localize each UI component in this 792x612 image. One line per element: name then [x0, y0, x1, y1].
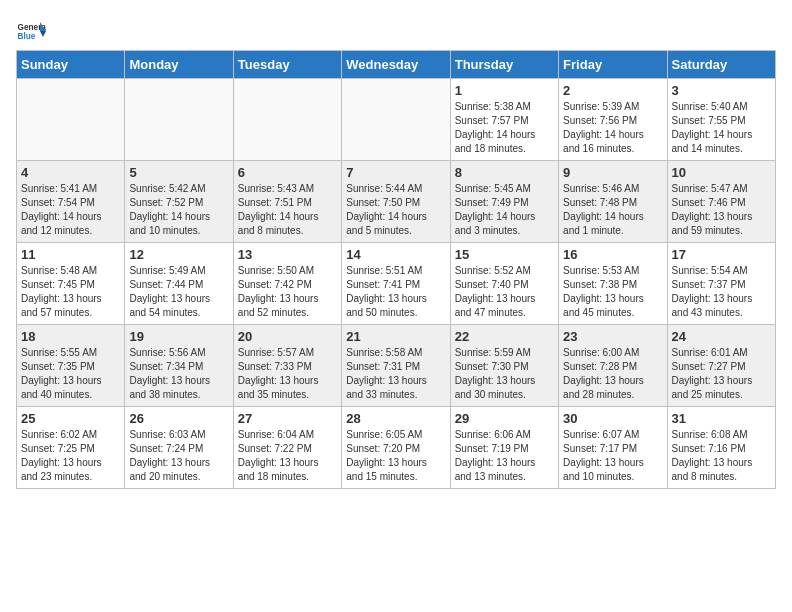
calendar-day-cell: 22Sunrise: 5:59 AMSunset: 7:30 PMDayligh… — [450, 325, 558, 407]
day-number: 10 — [672, 165, 771, 180]
day-info: Sunrise: 6:02 AMSunset: 7:25 PMDaylight:… — [21, 428, 120, 484]
day-info: Sunrise: 5:42 AMSunset: 7:52 PMDaylight:… — [129, 182, 228, 238]
calendar-day-cell: 13Sunrise: 5:50 AMSunset: 7:42 PMDayligh… — [233, 243, 341, 325]
day-number: 27 — [238, 411, 337, 426]
day-info: Sunrise: 6:08 AMSunset: 7:16 PMDaylight:… — [672, 428, 771, 484]
calendar-day-cell — [233, 79, 341, 161]
day-info: Sunrise: 5:56 AMSunset: 7:34 PMDaylight:… — [129, 346, 228, 402]
day-number: 29 — [455, 411, 554, 426]
calendar-day-cell: 10Sunrise: 5:47 AMSunset: 7:46 PMDayligh… — [667, 161, 775, 243]
weekday-header: Saturday — [667, 51, 775, 79]
calendar-day-cell: 30Sunrise: 6:07 AMSunset: 7:17 PMDayligh… — [559, 407, 667, 489]
logo-icon: General Blue — [16, 16, 46, 46]
day-info: Sunrise: 5:59 AMSunset: 7:30 PMDaylight:… — [455, 346, 554, 402]
day-info: Sunrise: 5:49 AMSunset: 7:44 PMDaylight:… — [129, 264, 228, 320]
day-info: Sunrise: 5:47 AMSunset: 7:46 PMDaylight:… — [672, 182, 771, 238]
day-number: 28 — [346, 411, 445, 426]
calendar-day-cell: 17Sunrise: 5:54 AMSunset: 7:37 PMDayligh… — [667, 243, 775, 325]
day-number: 9 — [563, 165, 662, 180]
day-number: 1 — [455, 83, 554, 98]
svg-text:Blue: Blue — [18, 32, 36, 41]
day-info: Sunrise: 5:40 AMSunset: 7:55 PMDaylight:… — [672, 100, 771, 156]
calendar-day-cell: 4Sunrise: 5:41 AMSunset: 7:54 PMDaylight… — [17, 161, 125, 243]
calendar-day-cell: 28Sunrise: 6:05 AMSunset: 7:20 PMDayligh… — [342, 407, 450, 489]
calendar-day-cell: 19Sunrise: 5:56 AMSunset: 7:34 PMDayligh… — [125, 325, 233, 407]
calendar-day-cell: 26Sunrise: 6:03 AMSunset: 7:24 PMDayligh… — [125, 407, 233, 489]
calendar-day-cell — [342, 79, 450, 161]
weekday-header: Wednesday — [342, 51, 450, 79]
day-number: 21 — [346, 329, 445, 344]
day-info: Sunrise: 5:54 AMSunset: 7:37 PMDaylight:… — [672, 264, 771, 320]
day-number: 25 — [21, 411, 120, 426]
day-info: Sunrise: 5:53 AMSunset: 7:38 PMDaylight:… — [563, 264, 662, 320]
calendar-week-row: 18Sunrise: 5:55 AMSunset: 7:35 PMDayligh… — [17, 325, 776, 407]
calendar-week-row: 25Sunrise: 6:02 AMSunset: 7:25 PMDayligh… — [17, 407, 776, 489]
day-info: Sunrise: 5:48 AMSunset: 7:45 PMDaylight:… — [21, 264, 120, 320]
day-info: Sunrise: 6:05 AMSunset: 7:20 PMDaylight:… — [346, 428, 445, 484]
day-number: 3 — [672, 83, 771, 98]
day-number: 19 — [129, 329, 228, 344]
day-info: Sunrise: 5:39 AMSunset: 7:56 PMDaylight:… — [563, 100, 662, 156]
day-number: 14 — [346, 247, 445, 262]
day-info: Sunrise: 5:52 AMSunset: 7:40 PMDaylight:… — [455, 264, 554, 320]
svg-marker-3 — [40, 31, 46, 37]
calendar-day-cell: 16Sunrise: 5:53 AMSunset: 7:38 PMDayligh… — [559, 243, 667, 325]
weekday-header: Friday — [559, 51, 667, 79]
logo: General Blue — [16, 16, 46, 46]
day-info: Sunrise: 6:04 AMSunset: 7:22 PMDaylight:… — [238, 428, 337, 484]
day-number: 7 — [346, 165, 445, 180]
calendar-day-cell: 5Sunrise: 5:42 AMSunset: 7:52 PMDaylight… — [125, 161, 233, 243]
day-info: Sunrise: 5:46 AMSunset: 7:48 PMDaylight:… — [563, 182, 662, 238]
day-info: Sunrise: 5:43 AMSunset: 7:51 PMDaylight:… — [238, 182, 337, 238]
day-number: 16 — [563, 247, 662, 262]
calendar-day-cell: 20Sunrise: 5:57 AMSunset: 7:33 PMDayligh… — [233, 325, 341, 407]
day-number: 22 — [455, 329, 554, 344]
calendar-day-cell: 1Sunrise: 5:38 AMSunset: 7:57 PMDaylight… — [450, 79, 558, 161]
calendar-day-cell: 3Sunrise: 5:40 AMSunset: 7:55 PMDaylight… — [667, 79, 775, 161]
calendar-day-cell: 15Sunrise: 5:52 AMSunset: 7:40 PMDayligh… — [450, 243, 558, 325]
day-number: 2 — [563, 83, 662, 98]
day-number: 30 — [563, 411, 662, 426]
day-info: Sunrise: 6:01 AMSunset: 7:27 PMDaylight:… — [672, 346, 771, 402]
calendar-day-cell: 2Sunrise: 5:39 AMSunset: 7:56 PMDaylight… — [559, 79, 667, 161]
calendar-day-cell: 9Sunrise: 5:46 AMSunset: 7:48 PMDaylight… — [559, 161, 667, 243]
calendar-day-cell: 29Sunrise: 6:06 AMSunset: 7:19 PMDayligh… — [450, 407, 558, 489]
calendar-day-cell: 8Sunrise: 5:45 AMSunset: 7:49 PMDaylight… — [450, 161, 558, 243]
calendar-week-row: 1Sunrise: 5:38 AMSunset: 7:57 PMDaylight… — [17, 79, 776, 161]
day-info: Sunrise: 5:38 AMSunset: 7:57 PMDaylight:… — [455, 100, 554, 156]
weekday-header: Sunday — [17, 51, 125, 79]
day-number: 11 — [21, 247, 120, 262]
day-info: Sunrise: 6:03 AMSunset: 7:24 PMDaylight:… — [129, 428, 228, 484]
day-number: 6 — [238, 165, 337, 180]
calendar-header-row: SundayMondayTuesdayWednesdayThursdayFrid… — [17, 51, 776, 79]
day-number: 13 — [238, 247, 337, 262]
day-number: 18 — [21, 329, 120, 344]
calendar-day-cell: 7Sunrise: 5:44 AMSunset: 7:50 PMDaylight… — [342, 161, 450, 243]
day-number: 23 — [563, 329, 662, 344]
calendar-day-cell — [125, 79, 233, 161]
day-number: 31 — [672, 411, 771, 426]
calendar-day-cell: 6Sunrise: 5:43 AMSunset: 7:51 PMDaylight… — [233, 161, 341, 243]
calendar-week-row: 11Sunrise: 5:48 AMSunset: 7:45 PMDayligh… — [17, 243, 776, 325]
calendar-day-cell: 31Sunrise: 6:08 AMSunset: 7:16 PMDayligh… — [667, 407, 775, 489]
weekday-header: Tuesday — [233, 51, 341, 79]
page-header: General Blue — [16, 16, 776, 46]
day-info: Sunrise: 5:51 AMSunset: 7:41 PMDaylight:… — [346, 264, 445, 320]
day-number: 5 — [129, 165, 228, 180]
day-number: 15 — [455, 247, 554, 262]
day-number: 20 — [238, 329, 337, 344]
calendar-table: SundayMondayTuesdayWednesdayThursdayFrid… — [16, 50, 776, 489]
day-info: Sunrise: 6:07 AMSunset: 7:17 PMDaylight:… — [563, 428, 662, 484]
day-info: Sunrise: 6:00 AMSunset: 7:28 PMDaylight:… — [563, 346, 662, 402]
calendar-day-cell: 11Sunrise: 5:48 AMSunset: 7:45 PMDayligh… — [17, 243, 125, 325]
weekday-header: Monday — [125, 51, 233, 79]
day-number: 26 — [129, 411, 228, 426]
day-info: Sunrise: 5:58 AMSunset: 7:31 PMDaylight:… — [346, 346, 445, 402]
day-info: Sunrise: 5:41 AMSunset: 7:54 PMDaylight:… — [21, 182, 120, 238]
calendar-day-cell: 21Sunrise: 5:58 AMSunset: 7:31 PMDayligh… — [342, 325, 450, 407]
calendar-day-cell: 25Sunrise: 6:02 AMSunset: 7:25 PMDayligh… — [17, 407, 125, 489]
day-info: Sunrise: 5:57 AMSunset: 7:33 PMDaylight:… — [238, 346, 337, 402]
day-number: 17 — [672, 247, 771, 262]
day-number: 4 — [21, 165, 120, 180]
calendar-day-cell: 18Sunrise: 5:55 AMSunset: 7:35 PMDayligh… — [17, 325, 125, 407]
